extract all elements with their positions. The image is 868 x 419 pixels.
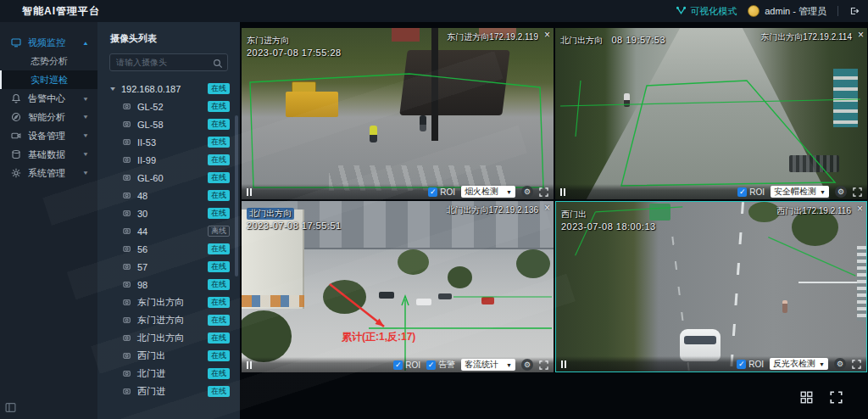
sidebar-item-smart-analysis[interactable]: 智能分析 ▼ <box>0 108 97 126</box>
list-item[interactable]: 98在线 <box>97 276 240 293</box>
settings-gear-icon[interactable]: ⚙ <box>521 359 533 371</box>
video-cell-north-gate-out-2[interactable]: 北门出方向 2023-07-08 17:55:51 北门出方向172.19.2.… <box>242 201 554 372</box>
sidebar-item-alert-center[interactable]: 告警中心 ▼ <box>0 89 97 108</box>
list-item[interactable]: 48在线 <box>97 187 240 204</box>
pause-button[interactable] <box>560 188 565 196</box>
collapse-arrow-icon[interactable]: ▼ <box>108 85 117 92</box>
alarm-checkbox[interactable]: ✓ 告警 <box>426 359 455 371</box>
video-cell-west-gate-out[interactable]: 西门出 2023-07-08 18:00:13 西门出172.19.2.116 … <box>555 201 867 372</box>
camera-icon <box>123 226 132 236</box>
list-item[interactable]: II-99在线 <box>97 151 240 169</box>
algorithm-select[interactable]: 烟火检测 ▼ <box>461 186 515 198</box>
sidebar-subitem-label: 态势分析 <box>31 55 68 68</box>
status-badge: 在线 <box>208 101 230 112</box>
algorithm-value: 客流统计 <box>465 359 498 371</box>
status-badge: 在线 <box>208 208 230 219</box>
list-item[interactable]: 56在线 <box>97 240 240 258</box>
list-item[interactable]: 44离线 <box>97 222 240 240</box>
camera-ip-label: 西门出172.19.2.116 <box>776 205 851 217</box>
algorithm-value: 反光衣检测 <box>773 358 815 370</box>
database-icon <box>11 149 21 159</box>
video-frame <box>555 28 867 199</box>
camera-icon <box>123 244 132 254</box>
checkbox-checked-icon: ✓ <box>737 187 747 197</box>
user-menu[interactable]: admin - 管理员 <box>748 5 826 18</box>
sidebar-item-device-management[interactable]: 设备管理 ▼ <box>0 126 97 145</box>
list-item[interactable]: 西门出在线 <box>97 347 240 365</box>
page-fullscreen-icon[interactable] <box>830 391 843 404</box>
roi-checkbox[interactable]: ✓ ROI <box>737 187 765 197</box>
list-item[interactable]: GL-52在线 <box>97 98 240 115</box>
camera-name: 东门进方向 <box>137 314 184 327</box>
grid-layout-icon[interactable] <box>800 391 813 404</box>
list-item[interactable]: 西门进在线 <box>97 383 240 400</box>
page-title: 智能AI管理平台 <box>22 4 100 19</box>
settings-gear-icon[interactable]: ⚙ <box>834 358 846 370</box>
fullscreen-icon[interactable] <box>852 360 861 369</box>
sidebar-subitem-label: 实时巡检 <box>31 74 68 87</box>
camera-name: 57 <box>137 262 147 272</box>
roi-checkbox[interactable]: ✓ ROI <box>428 187 455 197</box>
search-input[interactable] <box>109 53 228 71</box>
chevron-down-icon: ▼ <box>506 189 512 195</box>
algorithm-select[interactable]: 反光衣检测 ▼ <box>770 358 828 370</box>
list-item[interactable]: 30在线 <box>97 204 240 222</box>
list-item[interactable]: II-53在线 <box>97 133 240 151</box>
camera-list-title: 摄像头列表 <box>110 32 240 45</box>
fullscreen-icon[interactable] <box>539 360 548 370</box>
sidebar-item-system-management[interactable]: 系统管理 ▼ <box>0 164 97 182</box>
osd-timestamp: 08 19:57:53 <box>611 35 665 45</box>
camera-icon <box>123 209 132 218</box>
sidebar-collapse-icon[interactable] <box>5 402 16 413</box>
sidebar-item-video-monitor[interactable]: 视频监控 ▲ <box>0 33 97 52</box>
fullscreen-icon[interactable] <box>853 187 862 197</box>
sidebar-item-realtime-patrol[interactable]: 实时巡检 <box>0 70 97 89</box>
close-icon[interactable]: × <box>858 29 864 41</box>
alarm-label: 告警 <box>438 359 455 371</box>
logout-icon[interactable] <box>849 6 860 16</box>
chevron-down-icon: ▼ <box>82 114 89 120</box>
close-icon[interactable]: × <box>544 29 550 41</box>
osd-camera-name: 西门出 <box>561 209 587 221</box>
settings-gear-icon[interactable]: ⚙ <box>521 186 533 198</box>
video-grid: 东门进方向 2023-07-08 17:55:28 东门进方向172.19.2.… <box>240 22 868 419</box>
camera-name: II-99 <box>137 155 156 165</box>
close-icon[interactable]: × <box>857 203 863 215</box>
roi-checkbox[interactable]: ✓ ROI <box>737 360 764 369</box>
sidebar-item-base-data[interactable]: 基础数据 ▼ <box>0 145 97 164</box>
close-icon[interactable]: × <box>544 202 550 214</box>
settings-gear-icon[interactable]: ⚙ <box>835 186 847 198</box>
video-cell-north-gate-out[interactable]: 北门出方向 08 19:57:53 东门出方向172.19.2.114 × ✓ … <box>555 28 867 199</box>
status-badge: 在线 <box>208 119 230 130</box>
search-icon[interactable] <box>213 57 223 72</box>
camera-icon <box>123 120 132 129</box>
osd-overlay: 北门出方向 2023-07-08 17:55:51 <box>247 204 342 231</box>
user-label: admin - 管理员 <box>765 5 826 18</box>
algorithm-select[interactable]: 客流统计 ▼ <box>461 359 515 371</box>
camera-ip-label: 东门出方向172.19.2.114 <box>760 31 852 43</box>
pause-button[interactable] <box>247 361 252 369</box>
camera-name: GL-58 <box>137 120 164 130</box>
algorithm-select[interactable]: 安全帽检测 ▼ <box>771 186 829 198</box>
osd-timestamp: 2023-07-08 17:55:28 <box>247 47 342 58</box>
list-item[interactable]: 北门进在线 <box>97 365 240 383</box>
list-item[interactable]: 北门出方向在线 <box>97 329 240 347</box>
pause-button[interactable] <box>247 188 252 196</box>
scrollbar-thumb[interactable] <box>235 115 238 277</box>
tree-root-nvr[interactable]: ▼ 192.168.0.187 在线 <box>97 80 240 98</box>
video-cell-east-gate-in[interactable]: 东门进方向 2023-07-08 17:55:28 东门进方向172.19.2.… <box>242 28 554 199</box>
fullscreen-icon[interactable] <box>539 187 548 197</box>
visual-mode-button[interactable]: 可视化模式 <box>676 5 737 18</box>
roi-label: ROI <box>748 360 764 369</box>
list-item[interactable]: 57在线 <box>97 258 240 276</box>
roi-label: ROI <box>440 187 455 197</box>
nvr-ip-label: 192.168.0.187 <box>121 84 181 94</box>
camera-icon <box>123 298 132 307</box>
list-item[interactable]: GL-60在线 <box>97 169 240 187</box>
pause-button[interactable] <box>561 360 566 368</box>
sidebar-item-situation-analysis[interactable]: 态势分析 <box>0 52 97 70</box>
list-item[interactable]: 东门出方向在线 <box>97 293 240 311</box>
list-item[interactable]: GL-58在线 <box>97 115 240 133</box>
list-item[interactable]: 东门进方向在线 <box>97 311 240 329</box>
roi-checkbox[interactable]: ✓ ROI <box>393 360 420 370</box>
